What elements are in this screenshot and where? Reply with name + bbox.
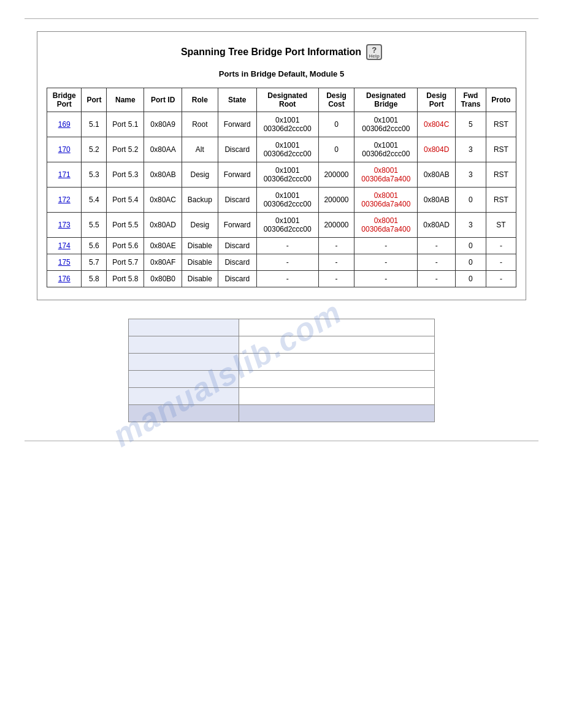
help-button[interactable]: ? Help [366, 44, 382, 60]
subtitle: Ports in Bridge Default, Module 5 [47, 69, 516, 78]
fwd-trans-cell: 3 [456, 162, 486, 188]
bridge-port-link[interactable]: 176 [58, 275, 71, 283]
port-id-cell: 0x80AF [144, 254, 182, 271]
col-header-fwd-trans: FwdTrans [456, 88, 486, 112]
bridge-port-cell: 171 [47, 162, 82, 188]
state-cell: Forward [218, 213, 256, 238]
desig-port-cell: 0x804C [418, 112, 456, 137]
desig-bridge-cell: 0x800100306da7a400 [354, 188, 418, 213]
col-header-desig-port: DesigPort [418, 88, 456, 112]
secondary-col1 [129, 336, 239, 354]
port-id-cell: 0x80AE [144, 238, 182, 254]
fwd-trans-cell: 0 [456, 238, 486, 254]
bridge-port-link[interactable]: 171 [58, 170, 71, 179]
desig-bridge-cell: - [354, 271, 418, 287]
bridge-port-link[interactable]: 174 [58, 241, 71, 250]
desig-port-cell: - [418, 271, 456, 287]
state-cell: Discard [218, 188, 256, 213]
bridge-port-cell: 173 [47, 213, 82, 238]
desig-cost-cell: 200000 [318, 188, 354, 213]
desig-port-cell: 0x804D [418, 137, 456, 162]
state-cell: Discard [218, 137, 256, 162]
page-wrapper: Spanning Tree Bridge Port Information ? … [0, 0, 563, 728]
col-header-desig-bridge: DesignatedBridge [354, 88, 418, 112]
state-cell: Forward [218, 162, 256, 188]
col-header-role: Role [182, 88, 218, 112]
role-cell: Disable [182, 254, 218, 271]
proto-cell: - [486, 238, 516, 254]
name-cell: Port 5.3 [107, 162, 144, 188]
desig-bridge-cell: 0x100100306d2ccc00 [354, 112, 418, 137]
secondary-col2 [239, 336, 435, 354]
table-row: 1745.6Port 5.60x80AEDisableDiscard----0- [47, 238, 516, 254]
state-cell: Discard [218, 238, 256, 254]
role-cell: Alt [182, 137, 218, 162]
title-text: Spanning Tree Bridge Port Information [181, 47, 361, 58]
bridge-port-link[interactable]: 169 [58, 120, 71, 129]
secondary-col1 [129, 354, 239, 371]
help-label: Help [369, 54, 379, 59]
desig-bridge-cell: 0x800100306da7a400 [354, 162, 418, 188]
desig-root-cell: 0x100100306d2ccc00 [256, 188, 318, 213]
bridge-port-link[interactable]: 173 [58, 221, 71, 229]
secondary-table-row [129, 388, 435, 405]
col-header-name: Name [107, 88, 144, 112]
role-cell: Backup [182, 188, 218, 213]
name-cell: Port 5.7 [107, 254, 144, 271]
desig-cost-cell: 0 [318, 112, 354, 137]
desig-root-cell: 0x100100306d2ccc00 [256, 162, 318, 188]
table-row: 1755.7Port 5.70x80AFDisableDiscard----0- [47, 254, 516, 271]
secondary-col2 [239, 405, 435, 422]
main-table: BridgePort Port Name Port ID Role State … [47, 88, 516, 287]
bridge-port-cell: 175 [47, 254, 82, 271]
desig-port-cell: 0x80AB [418, 188, 456, 213]
role-cell: Desig [182, 162, 218, 188]
desig-root-cell: 0x100100306d2ccc00 [256, 112, 318, 137]
name-cell: Port 5.4 [107, 188, 144, 213]
name-cell: Port 5.6 [107, 238, 144, 254]
secondary-table-row [129, 319, 435, 336]
proto-cell: ST [486, 213, 516, 238]
bridge-port-link[interactable]: 170 [58, 145, 71, 154]
port-cell: 5.3 [82, 162, 107, 188]
bridge-port-link[interactable]: 175 [58, 258, 71, 267]
port-cell: 5.4 [82, 188, 107, 213]
secondary-col1 [129, 388, 239, 405]
bridge-port-cell: 176 [47, 271, 82, 287]
name-cell: Port 5.5 [107, 213, 144, 238]
desig-root-cell: 0x100100306d2ccc00 [256, 213, 318, 238]
desig-cost-cell: 200000 [318, 162, 354, 188]
desig-root-cell: - [256, 254, 318, 271]
port-id-cell: 0x80AD [144, 213, 182, 238]
table-row: 1705.2Port 5.20x80AAAltDiscard0x10010030… [47, 137, 516, 162]
desig-cost-cell: - [318, 238, 354, 254]
desig-port-cell: - [418, 254, 456, 271]
top-divider [25, 18, 538, 19]
col-header-proto: Proto [486, 88, 516, 112]
desig-port-cell: 0x80AD [418, 213, 456, 238]
port-id-cell: 0x80B0 [144, 271, 182, 287]
page-title: Spanning Tree Bridge Port Information ? … [47, 44, 516, 60]
port-cell: 5.1 [82, 112, 107, 137]
desig-bridge-cell: 0x100100306d2ccc00 [354, 137, 418, 162]
proto-cell: - [486, 271, 516, 287]
col-header-bridge-port: BridgePort [47, 88, 82, 112]
table-row: 1765.8Port 5.80x80B0DisableDiscard----0- [47, 271, 516, 287]
secondary-table-row [129, 336, 435, 354]
role-cell: Disable [182, 271, 218, 287]
proto-cell: RST [486, 112, 516, 137]
secondary-col1 [129, 319, 239, 336]
port-cell: 5.8 [82, 271, 107, 287]
secondary-col2 [239, 354, 435, 371]
port-cell: 5.5 [82, 213, 107, 238]
role-cell: Root [182, 112, 218, 137]
proto-cell: RST [486, 162, 516, 188]
secondary-col1 [129, 371, 239, 388]
bridge-port-cell: 169 [47, 112, 82, 137]
bridge-port-link[interactable]: 172 [58, 195, 71, 204]
desig-port-cell: - [418, 238, 456, 254]
main-container: Spanning Tree Bridge Port Information ? … [37, 31, 526, 300]
name-cell: Port 5.1 [107, 112, 144, 137]
col-header-desig-cost: DesigCost [318, 88, 354, 112]
port-cell: 5.2 [82, 137, 107, 162]
